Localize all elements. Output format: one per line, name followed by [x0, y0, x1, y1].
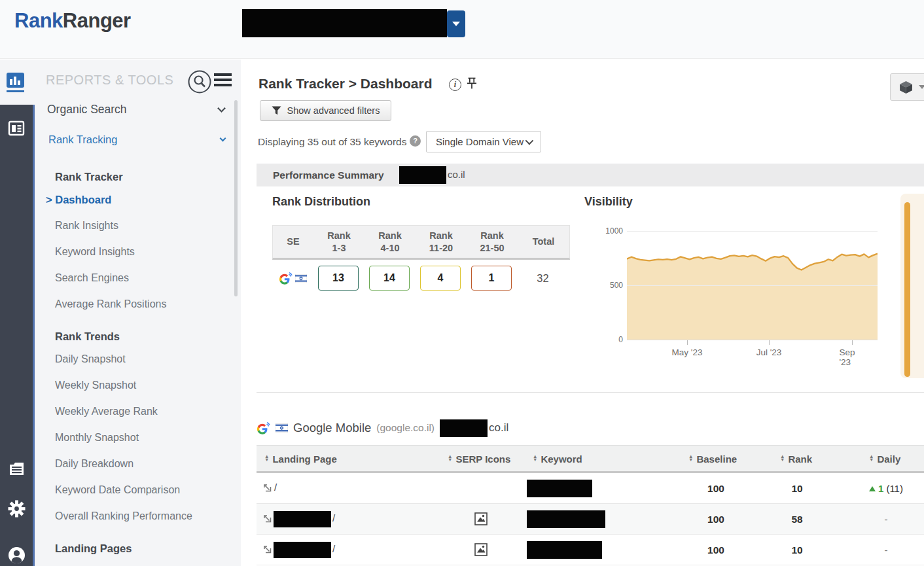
logo-ranger: Ranger: [63, 9, 131, 32]
icon-rail: [0, 105, 33, 566]
sidebar-item-overall-ranking-performance[interactable]: Overall Ranking Performance: [55, 510, 192, 522]
column-header-daily[interactable]: ▲▼Daily: [869, 446, 900, 472]
domain-redacted: [399, 166, 446, 184]
column-header-baseline[interactable]: ▲▼Baseline: [688, 446, 737, 472]
performance-summary-panel: Performance Summary co.il Rank Distribut…: [257, 164, 924, 393]
serp-image-icon[interactable]: [474, 542, 488, 557]
sidebar-item-rank-tracking[interactable]: Rank Tracking: [48, 133, 117, 146]
sidebar-item-daily-snapshot[interactable]: Daily Snapshot: [55, 353, 126, 365]
rank-11-20-count[interactable]: 4: [420, 266, 461, 291]
search-engine-name: Google Mobile: [293, 421, 371, 435]
top-header: RankRanger: [0, 0, 924, 59]
export-widget-button[interactable]: [890, 73, 924, 101]
icon-rail-accent: [33, 105, 35, 566]
account-dropdown-button[interactable]: [447, 10, 465, 37]
y-axis-tick: 0: [597, 335, 623, 344]
sidebar-item-dashboard[interactable]: > Dashboard: [46, 194, 111, 206]
chevron-down-icon: [220, 135, 226, 142]
domain-view-select[interactable]: Single Domain View: [426, 131, 541, 152]
daily-change: 1 (11): [855, 483, 917, 494]
domain-redacted: [440, 419, 488, 437]
sidebar-item-label: Weekly Average Rank: [55, 406, 158, 417]
account-selector-redacted[interactable]: [242, 9, 447, 37]
landing-page-path[interactable]: /: [332, 512, 335, 523]
rank-total-count: 32: [537, 272, 548, 285]
column-header-keyword[interactable]: ▲▼Keyword: [533, 446, 582, 472]
external-link-icon[interactable]: [263, 514, 272, 523]
keyword-redacted: [527, 541, 602, 559]
x-axis-tickmark: [687, 340, 688, 345]
external-link-icon[interactable]: [263, 545, 272, 554]
sidebar-item-monthly-snapshot[interactable]: Monthly Snapshot: [55, 432, 139, 444]
reports-rail-chart-icon[interactable]: [7, 73, 24, 88]
keyword-table: ▲▼Landing Page ▲▼SERP Icons ▲▼Keyword ▲▼…: [257, 445, 924, 565]
rank-4-10-count[interactable]: 14: [369, 266, 410, 291]
user-profile-icon[interactable]: [8, 546, 26, 564]
amber-vertical-bar: [904, 202, 910, 377]
search-engine-header: Google Mobile (google.co.il) co.il: [257, 418, 508, 438]
sidebar-item-label: Dashboard: [55, 194, 111, 205]
sidebar-item-weekly-average-rank[interactable]: Weekly Average Rank: [55, 406, 158, 417]
sidebar-item-label: Rank Tracker: [55, 171, 123, 183]
sidebar-item-rank-tracker[interactable]: Rank Tracker: [55, 171, 123, 183]
show-advanced-filters-button[interactable]: Show advanced filters: [260, 100, 391, 121]
active-item-marker: >: [46, 194, 52, 205]
rank-1-3-count[interactable]: 13: [318, 266, 359, 291]
landing-page-path[interactable]: /: [274, 482, 277, 493]
sidebar-item-daily-breakdown[interactable]: Daily Breakdown: [55, 458, 133, 470]
landing-page-path[interactable]: /: [332, 543, 335, 554]
sidebar-item-search-engines[interactable]: Search Engines: [55, 272, 129, 284]
y-axis-tick: 1000: [597, 226, 623, 236]
column-header: Rank: [327, 230, 350, 241]
baseline-value: 100: [696, 514, 736, 525]
daily-change: -: [855, 514, 917, 525]
logo-rank: Rank: [14, 9, 63, 32]
layout-news-icon[interactable]: [8, 120, 25, 137]
info-icon[interactable]: i: [449, 79, 461, 91]
help-icon[interactable]: ?: [410, 135, 421, 147]
clipped-side-chart-panel: [900, 194, 924, 378]
domain-suffix: co.il: [448, 169, 465, 180]
rankranger-logo[interactable]: RankRanger: [14, 9, 131, 33]
keyword-redacted: [527, 480, 592, 497]
sidebar-item-weekly-snapshot[interactable]: Weekly Snapshot: [55, 380, 136, 391]
sidebar-item-keyword-insights[interactable]: Keyword Insights: [55, 246, 135, 258]
document-list-icon[interactable]: [9, 461, 25, 476]
sidebar-item-keyword-date-comparison[interactable]: Keyword Date Comparison: [55, 484, 180, 496]
domain-suffix: co.il: [489, 421, 508, 434]
rank-distribution-table: SE Rank1-3 Rank4-10 Rank11-20 Rank21-50 …: [272, 225, 570, 296]
sidebar-item-label: Landing Pages: [55, 542, 132, 554]
rank-value: 58: [777, 514, 817, 525]
sidebar-item-label: Keyword Date Comparison: [55, 484, 180, 495]
column-header-landing-page[interactable]: ▲▼Landing Page: [264, 446, 337, 472]
gridline-500: [627, 285, 878, 286]
sidebar-item-rank-insights[interactable]: Rank Insights: [55, 220, 118, 232]
domain-view-value: Single Domain View: [436, 136, 524, 147]
table-row: / 100 58 -: [257, 504, 924, 535]
sidebar-item-average-rank-positions[interactable]: Average Rank Positions: [55, 298, 166, 310]
rank-21-50-count[interactable]: 1: [471, 266, 512, 291]
gear-icon[interactable]: [8, 500, 26, 518]
hamburger-menu-icon[interactable]: [214, 73, 232, 86]
sidebar-item-label: Rank Tracking: [48, 133, 117, 145]
sidebar-item-label: Search Engines: [55, 272, 129, 283]
sidebar-scrollbar[interactable]: [234, 100, 238, 296]
column-header-rank[interactable]: ▲▼Rank: [780, 446, 812, 472]
sidebar-item-label: Daily Breakdown: [55, 458, 133, 469]
sidebar-item-label: Keyword Insights: [55, 246, 135, 257]
column-header-serp-icons[interactable]: ▲▼SERP Icons: [448, 446, 510, 472]
displaying-keywords-text: Displaying 35 out of 35 keywords: [258, 136, 406, 148]
pin-icon[interactable]: [467, 77, 477, 90]
sidebar-item-organic-search[interactable]: Organic Search: [47, 103, 127, 116]
sidebar-item-rank-trends[interactable]: Rank Trends: [55, 330, 120, 343]
external-link-icon[interactable]: [263, 484, 272, 492]
visibility-chart-title: Visibility: [584, 195, 633, 209]
sidebar-item-landing-pages[interactable]: Landing Pages: [55, 542, 132, 555]
search-icon[interactable]: [187, 69, 212, 94]
gridline-1000: [627, 231, 878, 232]
sidebar-item-label: Daily Snapshot: [55, 353, 126, 364]
sidebar-section-title: REPORTS & TOOLS: [46, 73, 173, 88]
sidebar-item-label: Organic Search: [47, 103, 127, 116]
serp-image-icon[interactable]: [474, 512, 488, 526]
reports-sidebar: REPORTS & TOOLS Organic Search Rank Trac…: [0, 60, 241, 566]
